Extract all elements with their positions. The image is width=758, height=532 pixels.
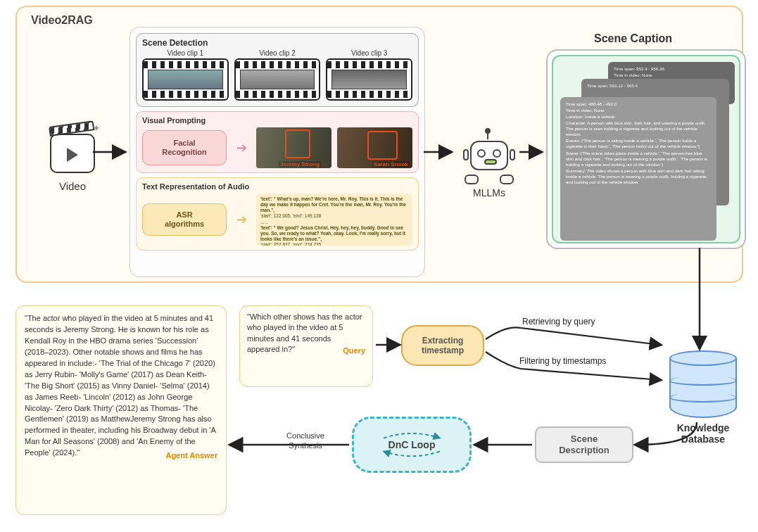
extract-timestamp-node: Extracting timestamp [401,325,484,366]
face-image-2: Sarah Snook [337,127,412,168]
video-input: ✦ Video [45,134,100,204]
asr-node: ASR algorithms [142,203,227,236]
visual-prompting-box: Visual Prompting Facial Recognition ➔ Je… [136,111,419,173]
clip-label: Video clip 2 [234,49,321,57]
arrow-right-icon: ➔ [232,212,251,227]
dnc-loop-node: DnC Loop [352,417,472,473]
scene-detection-box: Scene Detection Video clip 1 Video clip … [136,33,419,107]
filter-by-timestamps-label: Filtering by timestamps [519,356,606,366]
face-name-1: Jeremy Strong [279,161,321,167]
scene-caption-panel: Time span: 952.4 - 956.36 Time in video:… [546,49,746,249]
clapperboard-icon: ✦ [50,134,95,173]
ellipsis: ...... [260,220,408,225]
scene-description-node: Scene Description [535,426,633,463]
robot-icon [463,137,515,182]
caption-line: Time in video: None [614,72,729,78]
video2rag-panel: Video2RAG ✦ Video Scene Detection Video … [15,6,743,283]
asr-transcript: 'text': " What's up, man? We're here, Mr… [256,194,412,246]
transcript-time: 'start': 122.005, 'end': 149.138 [260,213,408,219]
transcript-line: 'text': " We good? Jesus Christ. Hey, he… [260,225,405,241]
transcript-time: 'start': 257.827, 'end': 274.735 [260,242,408,246]
caption-line: Time in video: None [566,108,711,113]
video-clip-1: Video clip 1 [142,49,229,101]
agent-answer-box: "The actor who played in the video at 5 … [15,305,227,515]
caption-line: Events: ['The person is sitting inside a… [566,138,711,149]
caption-line: Character: A person with blue skin, dark… [566,120,711,137]
filmstrip-icon [326,58,412,101]
arrow-right-icon: ➔ [232,140,251,156]
dnc-loop-label: DnC Loop [389,439,436,450]
panel-title: Video2RAG [31,14,93,27]
scene-detection-title: Scene Detection [142,38,412,48]
mllms-label: MLLMs [457,187,522,198]
agent-answer-tag: Agent Answer [165,450,217,462]
filmstrip-icon [142,58,229,101]
caption-line: Location: Inside a vehicle [566,114,711,120]
processing-column: Scene Detection Video clip 1 Video clip … [130,27,425,277]
clip-label: Video clip 3 [326,49,412,57]
bounding-box-icon [367,131,398,160]
knowledge-database: Knowledge Database [664,350,742,445]
clip-label: Video clip 1 [142,49,229,57]
face-name-2: Sarah Snook [372,161,410,167]
retrieve-by-query-label: Retrieving by query [522,317,595,327]
video-clip-2: Video clip 2 [234,49,321,101]
mllms-node: MLLMs [457,137,522,198]
conclusive-synthesis-label: Conclusive Synthesis [270,431,341,451]
video-label: Video [45,180,100,192]
caption-line: Time span: 952.4 - 956.36 [614,66,729,72]
facial-recognition-node: Facial Recognition [142,130,227,165]
caption-line: Time span: 480.48 - 492.0 [566,101,711,107]
transcript-line: 'text': " What's up, man? We're here, Mr… [260,196,406,213]
kdb-label: Knowledge Database [664,422,742,445]
video-clip-3: Video clip 3 [326,49,412,101]
face-image-1: Jeremy Strong [256,127,331,168]
query-tag: Query [343,346,365,356]
agent-answer-text: "The actor who played in the video at 5 … [25,314,215,457]
caption-line: Scene: ['The scene takes place inside a … [566,151,711,167]
bounding-box-icon [285,129,310,158]
scene-caption-title: Scene Caption [594,32,672,45]
audio-title: Text Representation of Audio [142,182,412,191]
caption-line: Time span: 563.12 - 565.4 [587,83,724,89]
caption-card-1: Time span: 480.48 - 492.0 Time in video:… [560,97,716,241]
visual-prompting-title: Visual Prompting [142,116,412,125]
database-icon [669,350,737,418]
audio-representation-box: Text Representation of Audio ASR algorit… [136,177,419,251]
caption-line: Summary: The video shows a person with b… [566,168,711,185]
filmstrip-icon [234,58,321,101]
query-box: "Which other shows has the actor who pla… [239,305,373,387]
